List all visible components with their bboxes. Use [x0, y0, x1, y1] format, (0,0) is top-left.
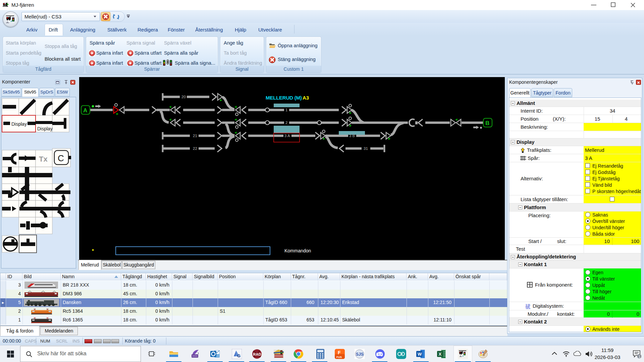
- svg-text:B: B: [485, 120, 489, 126]
- svg-text:RAD: RAD: [253, 352, 261, 356]
- svg-text:31: 31: [364, 146, 368, 150]
- svg-text:21: 21: [193, 134, 197, 138]
- svg-text:Kommandon: Kommandon: [284, 248, 311, 253]
- svg-text:20: 20: [181, 95, 186, 99]
- svg-text:X: X: [439, 352, 442, 357]
- svg-text:SJS: SJS: [356, 352, 364, 357]
- svg-text:Display: Display: [11, 121, 27, 127]
- svg-text:MELLERUD (M): MELLERUD (M): [266, 95, 302, 101]
- svg-text:1: 1: [285, 108, 287, 112]
- svg-text:3 A: 3 A: [284, 134, 290, 138]
- svg-text:Tx: Tx: [39, 155, 48, 163]
- svg-text:C: C: [58, 153, 64, 163]
- svg-text:1: 1: [639, 355, 641, 359]
- svg-text:W: W: [418, 352, 422, 357]
- svg-text:A3: A3: [303, 95, 309, 101]
- svg-text:22: 22: [193, 146, 197, 150]
- svg-text:2: 2: [285, 121, 287, 125]
- svg-text:FUS: FUS: [336, 356, 342, 359]
- svg-text:G: G: [237, 353, 240, 358]
- svg-text:10:0: 10:0: [526, 308, 530, 309]
- svg-text:F: F: [338, 350, 341, 355]
- svg-text:3 B: 3 B: [349, 134, 355, 138]
- svg-text:A: A: [83, 107, 87, 114]
- svg-text:*: *: [92, 248, 94, 253]
- svg-text:Display: Display: [37, 126, 53, 131]
